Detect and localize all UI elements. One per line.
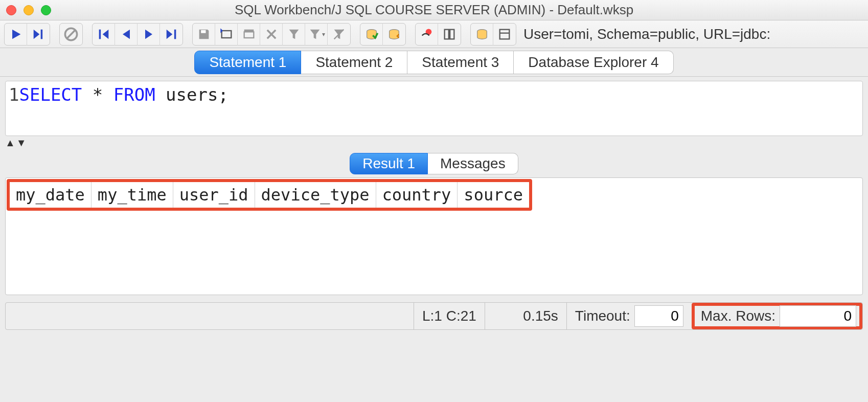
- save-button[interactable]: [193, 23, 215, 46]
- append-results-button[interactable]: [438, 23, 461, 46]
- commit-button[interactable]: [360, 23, 383, 46]
- tab-statement-1[interactable]: Statement 1: [194, 51, 301, 74]
- svg-rect-5: [201, 30, 205, 33]
- stop-group: [59, 23, 83, 46]
- last-button[interactable]: [160, 23, 182, 46]
- result-body-empty: [6, 212, 862, 295]
- show-objectlist-button[interactable]: [493, 23, 516, 46]
- show-dbexplorer-button[interactable]: [471, 23, 493, 46]
- result-columns-highlight: my_date my_time user_id device_type coun…: [7, 179, 532, 211]
- filter-dropdown-button[interactable]: ▾: [305, 23, 328, 46]
- sql-keyword-from: FROM: [113, 84, 155, 105]
- tab-messages[interactable]: Messages: [428, 153, 518, 174]
- svg-rect-8: [244, 29, 254, 32]
- prev-button[interactable]: [115, 23, 138, 46]
- svg-rect-7: [244, 32, 254, 38]
- insert-row-button[interactable]: [215, 23, 238, 46]
- title-bar: SQL Workbench/J SQL COURSE SERVER (ADMIN…: [0, 0, 868, 20]
- maxrows-label: Max. Rows:: [701, 308, 775, 324]
- svg-rect-3: [99, 29, 101, 39]
- timeout-cell: Timeout:: [566, 303, 692, 329]
- result-panel: my_date my_time user_id device_type coun…: [5, 177, 863, 295]
- execute-group: [4, 23, 50, 46]
- timeout-label: Timeout:: [575, 308, 630, 324]
- svg-rect-4: [174, 29, 176, 39]
- transaction-group: [360, 23, 406, 46]
- statement-tabs: Statement 1 Statement 2 Statement 3 Data…: [0, 48, 868, 77]
- column-header[interactable]: device_type: [255, 182, 376, 208]
- svg-rect-18: [500, 29, 510, 39]
- stop-button[interactable]: [60, 23, 82, 46]
- delete-row-button[interactable]: [260, 23, 283, 46]
- column-header[interactable]: country: [376, 182, 458, 208]
- tab-statement-3[interactable]: Statement 3: [407, 51, 514, 74]
- tab-result-1[interactable]: Result 1: [350, 153, 428, 174]
- tab-statement-2[interactable]: Statement 2: [301, 51, 407, 74]
- svg-rect-6: [221, 31, 231, 38]
- status-bar: L:1 C:21 0.15s Timeout: Max. Rows:: [5, 302, 863, 330]
- maxrows-input[interactable]: [780, 305, 856, 327]
- copy-row-button[interactable]: [238, 23, 260, 46]
- toolbar: ▾ User=tomi, Schema=public, URL=jdbc:: [0, 20, 868, 48]
- svg-rect-15: [445, 29, 449, 39]
- sql-keyword-select: SELECT: [19, 84, 82, 105]
- column-header[interactable]: source: [458, 182, 529, 208]
- nav-group: [92, 23, 183, 46]
- sql-token-rest: users;: [155, 84, 229, 105]
- next-button[interactable]: [138, 23, 160, 46]
- connection-info: User=tomi, Schema=public, URL=jdbc:: [523, 26, 770, 42]
- svg-rect-16: [450, 29, 454, 39]
- result-area: Result 1 Messages my_date my_time user_i…: [5, 152, 863, 295]
- rollback-button[interactable]: [383, 23, 405, 46]
- maxrows-highlight: Max. Rows:: [692, 303, 862, 329]
- clear-filter-button[interactable]: [328, 23, 350, 46]
- result-tabs: Result 1 Messages: [5, 152, 863, 175]
- ignore-errors-button[interactable]: [416, 23, 438, 46]
- column-header[interactable]: user_id: [173, 182, 255, 208]
- column-header[interactable]: my_time: [92, 182, 173, 208]
- window-title: SQL Workbench/J SQL COURSE SERVER (ADMIN…: [0, 2, 868, 18]
- first-button[interactable]: [93, 23, 115, 46]
- tab-database-explorer[interactable]: Database Explorer 4: [514, 51, 673, 74]
- misc-group: [415, 23, 461, 46]
- execution-time: 0.15s: [485, 303, 566, 329]
- column-header[interactable]: my_date: [10, 182, 92, 208]
- svg-rect-0: [41, 29, 43, 39]
- status-message: [6, 303, 414, 329]
- sql-editor[interactable]: 1SELECT * FROM users;: [5, 81, 863, 136]
- edit-group: ▾: [192, 23, 351, 46]
- tools-group: [470, 23, 516, 46]
- splitter-handle[interactable]: ▲▼: [0, 136, 868, 150]
- timeout-input[interactable]: [634, 305, 683, 327]
- cursor-position: L:1 C:21: [414, 303, 485, 329]
- sql-token-star: *: [82, 84, 113, 105]
- execute-to-cursor-button[interactable]: [27, 23, 50, 46]
- execute-button[interactable]: [5, 23, 27, 46]
- filter-button[interactable]: [283, 23, 305, 46]
- svg-line-2: [67, 30, 75, 38]
- line-number: 1: [9, 84, 19, 105]
